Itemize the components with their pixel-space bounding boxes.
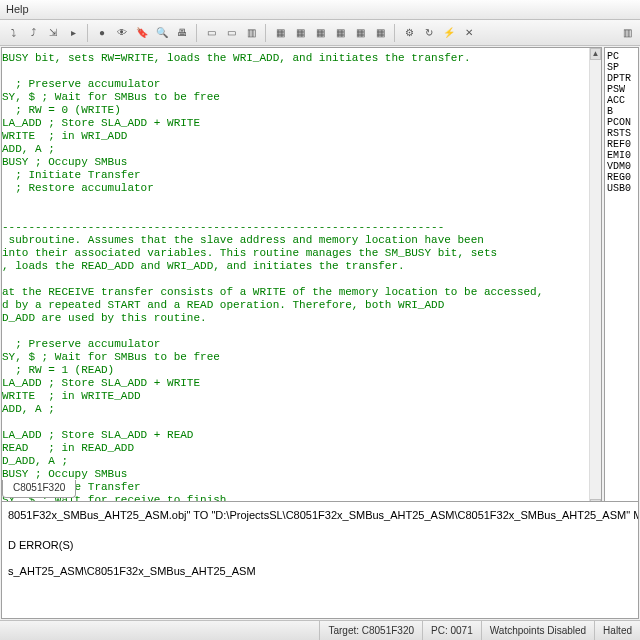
code-line <box>2 273 589 286</box>
output-line: s_AHT25_ASM\C8051F32x_SMBus_AHT25_ASM <box>8 562 632 580</box>
toolbar-sep <box>394 24 395 42</box>
register-entry[interactable]: DPTR <box>607 73 636 84</box>
register-entry[interactable]: REF0 <box>607 139 636 150</box>
output-line: 8051F32x_SMBus_AHT25_ASM.obj" TO "D:\Pro… <box>8 506 632 524</box>
code-editor[interactable]: BUSY bit, sets RW=WRITE, loads the WRI_A… <box>2 48 589 523</box>
code-line <box>2 416 589 429</box>
view2-icon[interactable]: ▦ <box>291 24 309 42</box>
code-editor-panel: BUSY bit, sets RW=WRITE, loads the WRI_A… <box>1 47 602 524</box>
code-line: ; Restore accumulator <box>2 182 589 195</box>
tool3-icon[interactable]: ⚡ <box>440 24 458 42</box>
code-line: LA_ADD ; Store SLA_ADD + WRITE <box>2 117 589 130</box>
code-line: ; Preserve accumulator <box>2 338 589 351</box>
watch-icon[interactable]: 👁 <box>113 24 131 42</box>
print-icon[interactable]: 🖶 <box>173 24 191 42</box>
code-line: BUSY ; Occupy SMBus <box>2 468 589 481</box>
code-line: ; RW = 1 (READ) <box>2 364 589 377</box>
register-entry[interactable]: PCON <box>607 117 636 128</box>
step-over-icon[interactable]: ⤴ <box>24 24 42 42</box>
tool2-icon[interactable]: ↻ <box>420 24 438 42</box>
step-out-icon[interactable]: ⇲ <box>44 24 62 42</box>
code-line: , loads the READ_ADD and WRI_ADD, and in… <box>2 260 589 273</box>
code-line: WRITE ; in WRITE_ADD <box>2 390 589 403</box>
toolbar-sep <box>87 24 88 42</box>
tool1-icon[interactable]: ⚙ <box>400 24 418 42</box>
code-line: READ ; in READ_ADD <box>2 442 589 455</box>
menu-bar: Help <box>0 0 640 20</box>
tool4-icon[interactable]: ✕ <box>460 24 478 42</box>
code-line: WRITE ; in WRI_ADD <box>2 130 589 143</box>
panel-toggle-icon[interactable]: ▥ <box>618 24 636 42</box>
register-entry[interactable]: VDM0 <box>607 161 636 172</box>
code-line: D_ADD, A ; <box>2 455 589 468</box>
register-entry[interactable]: PSW <box>607 84 636 95</box>
output-blank <box>8 524 632 536</box>
view4-icon[interactable]: ▦ <box>331 24 349 42</box>
bookmark-icon[interactable]: 🔖 <box>133 24 151 42</box>
view3-icon[interactable]: ▦ <box>311 24 329 42</box>
code-line: at the RECEIVE transfer consists of a WR… <box>2 286 589 299</box>
run-to-cursor-icon[interactable]: ▸ <box>64 24 82 42</box>
workspace: BUSY bit, sets RW=WRITE, loads the WRI_A… <box>0 46 640 525</box>
output-line: D ERROR(S) <box>8 536 632 554</box>
step-into-icon[interactable]: ⤵ <box>4 24 22 42</box>
code-line: ; Initiate Transfer <box>2 481 589 494</box>
scroll-up-icon[interactable]: ▲ <box>590 48 601 60</box>
output-blank <box>8 554 632 562</box>
code-line: ----------------------------------------… <box>2 221 589 234</box>
window3-icon[interactable]: ▥ <box>242 24 260 42</box>
output-panel[interactable]: 8051F32x_SMBus_AHT25_ASM.obj" TO "D:\Pro… <box>1 501 639 619</box>
code-line: d by a repeated START and a READ operati… <box>2 299 589 312</box>
status-pc: PC: 0071 <box>422 621 481 640</box>
status-watchpoints: Watchpoints Disabled <box>481 621 594 640</box>
code-line: LA_ADD ; Store SLA_ADD + READ <box>2 429 589 442</box>
code-line <box>2 325 589 338</box>
register-entry[interactable]: USB0 <box>607 183 636 194</box>
code-line: ; RW = 0 (WRITE) <box>2 104 589 117</box>
registers-panel[interactable]: PCSPDPTRPSWACCBPCONRSTSREF0EMI0VDM0REG0U… <box>604 47 639 524</box>
vertical-scrollbar[interactable]: ▲ ▼ <box>589 48 601 511</box>
window2-icon[interactable]: ▭ <box>222 24 240 42</box>
code-line: BUSY bit, sets RW=WRITE, loads the WRI_A… <box>2 52 589 65</box>
toolbar-sep <box>196 24 197 42</box>
window1-icon[interactable]: ▭ <box>202 24 220 42</box>
toolbar-sep <box>265 24 266 42</box>
view5-icon[interactable]: ▦ <box>351 24 369 42</box>
view1-icon[interactable]: ▦ <box>271 24 289 42</box>
tab-file[interactable]: C8051F320 <box>2 480 76 498</box>
register-entry[interactable]: REG0 <box>607 172 636 183</box>
code-line: ; Initiate Transfer <box>2 169 589 182</box>
register-entry[interactable]: SP <box>607 62 636 73</box>
code-line <box>2 65 589 78</box>
status-halted: Halted <box>594 621 640 640</box>
register-entry[interactable]: B <box>607 106 636 117</box>
code-line: ADD, A ; <box>2 143 589 156</box>
code-line <box>2 195 589 208</box>
code-line <box>2 208 589 221</box>
code-line: D_ADD are used by this routine. <box>2 312 589 325</box>
code-line: BUSY ; Occupy SMBus <box>2 156 589 169</box>
code-line: SY, $ ; Wait for SMBus to be free <box>2 91 589 104</box>
code-line: ; Preserve accumulator <box>2 78 589 91</box>
status-target: Target: C8051F320 <box>319 621 422 640</box>
code-line: subroutine. Assumes that the slave addre… <box>2 234 589 247</box>
code-line: LA_ADD ; Store SLA_ADD + WRITE <box>2 377 589 390</box>
register-entry[interactable]: RSTS <box>607 128 636 139</box>
menu-help[interactable]: Help <box>6 3 29 15</box>
code-line: into their associated variables. This ro… <box>2 247 589 260</box>
status-bar: Target: C8051F320 PC: 0071 Watchpoints D… <box>0 620 640 640</box>
register-entry[interactable]: EMI0 <box>607 150 636 161</box>
view6-icon[interactable]: ▦ <box>371 24 389 42</box>
register-entry[interactable]: PC <box>607 51 636 62</box>
editor-tabs: C8051F320 <box>2 480 76 498</box>
code-line: SY, $ ; Wait for SMBus to be free <box>2 351 589 364</box>
code-line: ADD, A ; <box>2 403 589 416</box>
breakpoint-icon[interactable]: ● <box>93 24 111 42</box>
toolbar: ⤵ ⤴ ⇲ ▸ ● 👁 🔖 🔍 🖶 ▭ ▭ ▥ ▦ ▦ ▦ ▦ ▦ ▦ ⚙ ↻ … <box>0 20 640 46</box>
find-icon[interactable]: 🔍 <box>153 24 171 42</box>
register-entry[interactable]: ACC <box>607 95 636 106</box>
